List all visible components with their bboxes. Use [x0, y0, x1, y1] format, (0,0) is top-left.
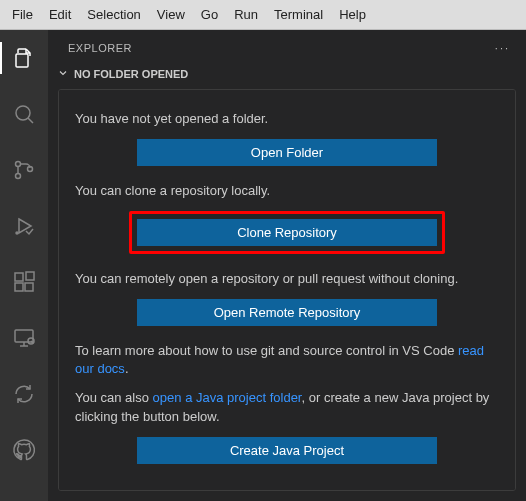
- docs-text: To learn more about how to use git and s…: [75, 342, 499, 380]
- svg-rect-12: [15, 330, 33, 342]
- remote-explorer-icon[interactable]: [0, 318, 48, 358]
- svg-point-7: [16, 232, 18, 234]
- open-folder-button[interactable]: Open Folder: [137, 139, 437, 166]
- menu-help[interactable]: Help: [331, 3, 374, 26]
- activity-bar: [0, 30, 48, 501]
- svg-line-2: [28, 118, 33, 123]
- section-no-folder-opened[interactable]: NO FOLDER OPENED: [48, 65, 526, 83]
- remote-text: You can remotely open a repository or pu…: [75, 270, 499, 289]
- svg-rect-0: [16, 54, 28, 67]
- svg-rect-9: [15, 283, 23, 291]
- source-control-icon[interactable]: [0, 150, 48, 190]
- svg-point-3: [16, 162, 21, 167]
- search-icon[interactable]: [0, 94, 48, 134]
- menu-selection[interactable]: Selection: [79, 3, 148, 26]
- reload-icon[interactable]: [0, 374, 48, 414]
- explorer-sidebar: EXPLORER ··· NO FOLDER OPENED You have n…: [48, 30, 526, 501]
- section-label: NO FOLDER OPENED: [74, 68, 188, 80]
- chevron-down-icon: [56, 67, 70, 81]
- menu-edit[interactable]: Edit: [41, 3, 79, 26]
- no-folder-text: You have not yet opened a folder.: [75, 110, 499, 129]
- java-text: You can also open a Java project folder,…: [75, 389, 499, 427]
- menu-go[interactable]: Go: [193, 3, 226, 26]
- menu-run[interactable]: Run: [226, 3, 266, 26]
- sidebar-title: EXPLORER: [68, 42, 132, 54]
- extensions-icon[interactable]: [0, 262, 48, 302]
- svg-marker-6: [19, 219, 31, 233]
- open-java-project-folder-link[interactable]: open a Java project folder: [153, 390, 302, 405]
- svg-point-4: [16, 174, 21, 179]
- create-java-project-button[interactable]: Create Java Project: [137, 437, 437, 464]
- svg-rect-8: [15, 273, 23, 281]
- menu-view[interactable]: View: [149, 3, 193, 26]
- clone-repository-highlight: Clone Repository: [129, 211, 445, 254]
- open-remote-repository-button[interactable]: Open Remote Repository: [137, 299, 437, 326]
- menu-terminal[interactable]: Terminal: [266, 3, 331, 26]
- svg-rect-10: [25, 283, 33, 291]
- welcome-panel: You have not yet opened a folder. Open F…: [58, 89, 516, 491]
- more-actions-icon[interactable]: ···: [495, 42, 510, 54]
- clone-repository-button[interactable]: Clone Repository: [137, 219, 437, 246]
- svg-point-1: [16, 106, 30, 120]
- run-debug-icon[interactable]: [0, 206, 48, 246]
- explorer-icon[interactable]: [0, 38, 48, 78]
- github-icon[interactable]: [0, 430, 48, 470]
- menu-bar: File Edit Selection View Go Run Terminal…: [0, 0, 526, 30]
- svg-rect-11: [26, 272, 34, 280]
- menu-file[interactable]: File: [4, 3, 41, 26]
- clone-text: You can clone a repository locally.: [75, 182, 499, 201]
